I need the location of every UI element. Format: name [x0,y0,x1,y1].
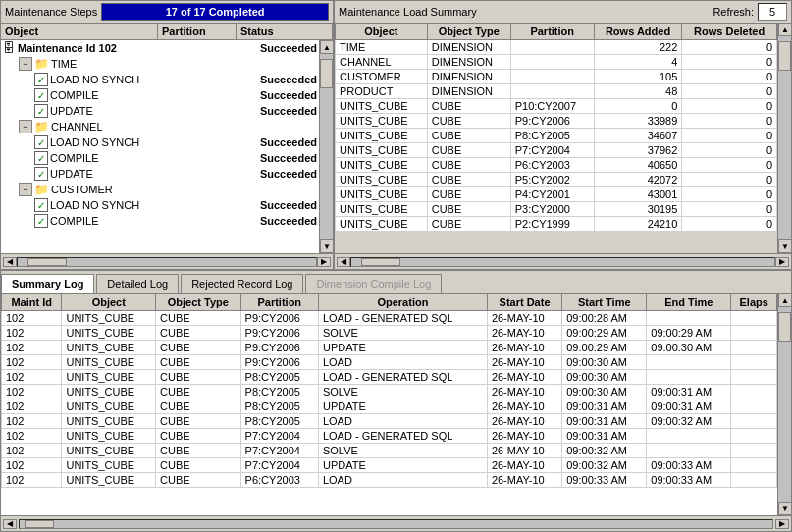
tree-row[interactable]: ✓COMPILESucceeded [1,213,319,229]
log-table-row[interactable]: 102 UNITS_CUBE CUBE P7:CY2004 LOAD - GEN… [2,429,777,444]
cell-partition: P10:CY2007 [510,99,594,114]
tree-status: Succeeded [201,42,317,54]
log-table-row[interactable]: 102 UNITS_CUBE CUBE P8:CY2005 LOAD 26-MA… [2,414,777,429]
summary-table-row[interactable]: UNITS_CUBE CUBE P5:CY2002 42072 0 [336,173,777,187]
tree-label: LOAD NO SYNCH [50,199,256,211]
top-section: Maintenance Steps 17 of 17 Completed Obj… [1,1,791,271]
tabs-bar: Summary LogDetailed LogRejected Record L… [1,271,791,293]
scroll-down-btn[interactable]: ▼ [320,239,333,253]
expand-icon[interactable]: − [19,120,32,133]
log-cell-elaps [731,370,777,385]
summary-table-row[interactable]: UNITS_CUBE CUBE P2:CY1999 24210 0 [336,217,777,232]
check-icon: ✓ [34,73,48,86]
summary-table-area[interactable]: Object Object Type Partition Rows Added … [335,23,777,253]
summary-table-row[interactable]: PRODUCT DIMENSION 48 0 [336,84,777,99]
log-cell-type: CUBE [156,311,241,326]
tree-row[interactable]: ✓UPDATESucceeded [1,166,319,182]
tree-scrollbar-h[interactable]: ◀ ▶ [1,253,333,269]
log-table-row[interactable]: 102 UNITS_CUBE CUBE P9:CY2006 SOLVE 26-M… [2,326,777,341]
log-scrollbar-h[interactable]: ◀ ▶ [1,515,791,531]
log-cell-endtime: 09:00:31 AM [647,385,731,399]
cell-type: DIMENSION [427,70,510,84]
tab-summary-log[interactable]: Summary Log [1,274,94,293]
summary-scroll-down[interactable]: ▼ [778,239,791,253]
log-cell-object: UNITS_CUBE [62,326,156,341]
scrollbar-h-thumb [27,258,67,266]
summary-table-row[interactable]: CHANNEL DIMENSION 4 0 [336,55,777,70]
summary-table-row[interactable]: UNITS_CUBE CUBE P8:CY2005 34607 0 [336,129,777,143]
log-table-row[interactable]: 102 UNITS_CUBE CUBE P8:CY2005 UPDATE 26-… [2,399,777,414]
tree-scrollbar[interactable]: ▲ ▼ [319,40,333,253]
log-table-row[interactable]: 102 UNITS_CUBE CUBE P7:CY2004 SOLVE 26-M… [2,444,777,458]
tree-row[interactable]: ✓UPDATESucceeded [1,103,319,119]
cell-partition: P2:CY1999 [510,217,594,232]
tab-rejected-record-log[interactable]: Rejected Record Log [181,274,303,293]
log-table-area[interactable]: Maint IdObjectObject TypePartitionOperat… [1,293,777,515]
summary-scroll-left[interactable]: ◀ [337,257,350,267]
summary-scrollbar-h[interactable]: ◀ ▶ [335,253,791,269]
summary-scrollbar[interactable]: ▲ ▼ [777,23,791,253]
tree-label: CHANNEL [51,121,317,133]
scroll-up-btn[interactable]: ▲ [320,40,333,54]
tree-row[interactable]: ✓LOAD NO SYNCHSucceeded [1,72,319,87]
scroll-right-btn[interactable]: ▶ [317,257,331,267]
refresh-input[interactable] [758,3,787,21]
cell-deleted: 0 [682,187,777,202]
tree-row[interactable]: ✓LOAD NO SYNCHSucceeded [1,134,319,150]
tree-row[interactable]: ✓LOAD NO SYNCHSucceeded [1,197,319,213]
summary-table-row[interactable]: UNITS_CUBE CUBE P9:CY2006 33989 0 [336,114,777,129]
cell-type: CUBE [427,114,510,129]
log-table-row[interactable]: 102 UNITS_CUBE CUBE P7:CY2004 UPDATE 26-… [2,458,777,473]
expand-icon[interactable]: − [19,57,32,71]
tree-row[interactable]: ✓COMPILESucceeded [1,87,319,103]
tree-row[interactable]: ✓COMPILESucceeded [1,150,319,166]
summary-scroll-right[interactable]: ▶ [775,257,789,267]
tree-indent [3,152,19,164]
tree-row[interactable]: −📁TIME [1,56,319,72]
tree-row[interactable]: 🗄Maintenance Id 102Succeeded [1,40,319,56]
summary-table-row[interactable]: UNITS_CUBE CUBE P10:CY2007 0 0 [336,99,777,114]
summary-table-row[interactable]: CUSTOMER DIMENSION 105 0 [336,70,777,84]
log-table-row[interactable]: 102 UNITS_CUBE CUBE P8:CY2005 LOAD - GEN… [2,370,777,385]
scroll-left-btn[interactable]: ◀ [3,257,17,267]
summary-table-row[interactable]: UNITS_CUBE CUBE P4:CY2001 43001 0 [336,187,777,202]
summary-table-row[interactable]: UNITS_CUBE CUBE P3:CY2000 30195 0 [336,202,777,217]
log-cell-type: CUBE [156,444,241,458]
tree-row[interactable]: −📁CHANNEL [1,119,319,134]
log-table-row[interactable]: 102 UNITS_CUBE CUBE P8:CY2005 SOLVE 26-M… [2,385,777,399]
summary-table-row[interactable]: UNITS_CUBE CUBE P6:CY2003 40650 0 [336,158,777,173]
cell-object: UNITS_CUBE [336,114,428,129]
summary-table-row[interactable]: TIME DIMENSION 222 0 [336,40,777,55]
log-scrollbar[interactable]: ▲ ▼ [777,293,791,515]
log-scroll-up[interactable]: ▲ [778,293,791,307]
log-cell-operation: LOAD [318,414,487,429]
log-table-row[interactable]: 102 UNITS_CUBE CUBE P9:CY2006 LOAD 26-MA… [2,355,777,370]
log-scroll-left[interactable]: ◀ [3,519,17,529]
summary-scroll-up[interactable]: ▲ [778,23,791,36]
log-cell-endtime: 09:00:29 AM [647,326,731,341]
cell-partition [510,84,594,99]
log-cell-endtime [647,370,731,385]
log-cell-type: CUBE [156,399,241,414]
log-cell-operation: UPDATE [318,458,487,473]
log-table-row[interactable]: 102 UNITS_CUBE CUBE P9:CY2006 UPDATE 26-… [2,341,777,355]
log-table-row[interactable]: 102 UNITS_CUBE CUBE P9:CY2006 LOAD - GEN… [2,311,777,326]
tree-indent [3,168,19,180]
summary-table-row[interactable]: UNITS_CUBE CUBE P7:CY2004 37962 0 [336,143,777,158]
tab-dimension-compile-log[interactable]: Dimension Compile Log [305,274,442,293]
tree-indent [3,89,19,101]
log-scrollbar-h-thumb [25,520,54,528]
tree-area[interactable]: 🗄Maintenance Id 102Succeeded −📁TIME ✓LOA… [1,40,319,253]
expand-icon[interactable]: − [19,183,32,196]
tree-row[interactable]: −📁CUSTOMER [1,182,319,197]
log-table-row[interactable]: 102 UNITS_CUBE CUBE P6:CY2003 LOAD 26-MA… [2,473,777,488]
log-cell-type: CUBE [156,370,241,385]
cell-partition: P6:CY2003 [510,158,594,173]
log-cell-type: CUBE [156,429,241,444]
tree-indent [3,105,19,117]
log-scroll-down[interactable]: ▼ [778,502,791,515]
cell-deleted: 0 [682,99,777,114]
th-partition: Partition [510,24,594,40]
log-scroll-right[interactable]: ▶ [775,519,789,529]
tab-detailed-log[interactable]: Detailed Log [96,274,179,293]
